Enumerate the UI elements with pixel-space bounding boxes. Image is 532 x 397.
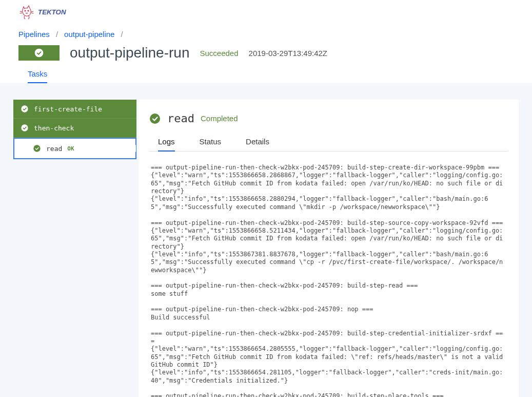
top-tabs: Tasks <box>18 65 514 83</box>
breadcrumb-separator: / <box>56 30 58 39</box>
svg-point-1 <box>28 10 29 11</box>
task-then-check[interactable]: then-check <box>13 119 136 138</box>
step-label: read <box>46 145 62 153</box>
step-read[interactable]: read OK <box>13 138 136 159</box>
svg-point-0 <box>25 10 26 11</box>
step-detail-status: Completed <box>201 114 238 123</box>
check-circle-icon <box>33 144 41 153</box>
run-status-chip <box>18 45 60 61</box>
breadcrumb-separator: / <box>121 30 123 39</box>
run-status-text: Succeeded <box>200 49 239 58</box>
run-timestamp: 2019-03-29T13:49:42Z <box>249 49 327 58</box>
tekton-cat-icon <box>18 4 35 21</box>
svg-point-6 <box>33 145 40 152</box>
logo-row: TEKTON <box>18 0 514 25</box>
tab-tasks[interactable]: Tasks <box>28 65 47 83</box>
svg-point-4 <box>21 105 28 112</box>
logo[interactable]: TEKTON <box>18 4 89 21</box>
breadcrumb-output-pipeline[interactable]: output-pipeline <box>64 30 114 39</box>
task-first-create-file[interactable]: first-create-file <box>13 100 136 119</box>
content-panel: read Completed Logs Status Details === o… <box>139 100 519 397</box>
header: TEKTON Pipelines / output-pipeline / out… <box>0 0 532 83</box>
check-circle-icon <box>34 48 44 58</box>
svg-point-5 <box>21 124 28 131</box>
main-area: first-create-file then-check read OK rea… <box>0 83 532 397</box>
svg-text:TEKTON: TEKTON <box>38 8 66 16</box>
breadcrumb: Pipelines / output-pipeline / <box>18 25 514 43</box>
tekton-wordmark-icon: TEKTON <box>38 7 89 17</box>
task-sidebar: first-create-file then-check read OK <box>13 100 136 159</box>
log-output: === output-pipeline-run-then-check-w2bkx… <box>149 152 508 397</box>
tab-logs[interactable]: Logs <box>158 134 175 151</box>
title-row: output-pipeline-run Succeeded 2019-03-29… <box>18 43 514 62</box>
task-label: then-check <box>34 124 74 132</box>
check-circle-icon <box>21 124 29 132</box>
tab-status[interactable]: Status <box>200 134 222 151</box>
step-status: OK <box>67 145 74 152</box>
check-circle-icon <box>21 105 29 113</box>
step-detail-title: read <box>167 112 194 125</box>
breadcrumb-pipelines[interactable]: Pipelines <box>18 30 50 39</box>
run-title: output-pipeline-run <box>70 45 190 61</box>
content-title-row: read Completed <box>149 112 508 125</box>
check-circle-icon <box>149 112 161 125</box>
task-label: first-create-file <box>34 105 102 113</box>
sub-tabs: Logs Status Details <box>149 134 508 152</box>
svg-point-7 <box>150 114 160 124</box>
tab-details[interactable]: Details <box>246 134 269 151</box>
svg-point-3 <box>35 49 44 58</box>
